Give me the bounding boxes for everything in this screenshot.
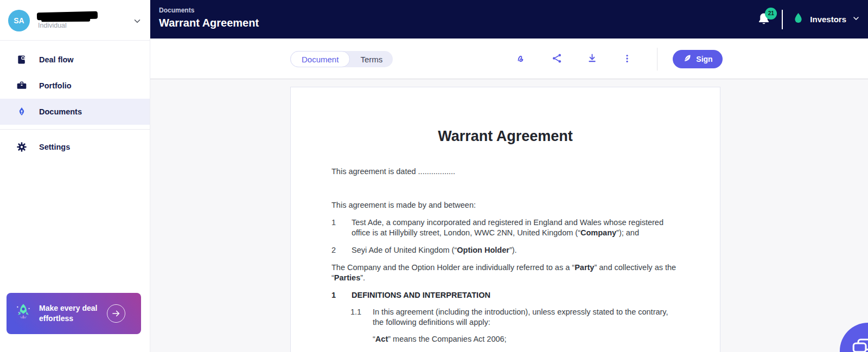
org-label: Investors: [810, 15, 846, 24]
chevron-down-icon: [852, 14, 860, 25]
sidebar-divider: [0, 129, 150, 130]
briefcase-icon: [16, 80, 27, 91]
notification-count-badge: 21: [765, 8, 777, 20]
sign-button-label: Sign: [696, 55, 712, 63]
sidebar-item-documents[interactable]: Documents: [0, 99, 150, 125]
document-toolbar: Document Terms: [150, 39, 868, 79]
account-switcher[interactable]: SA Individual: [0, 0, 150, 41]
org-switcher[interactable]: Investors: [792, 11, 860, 27]
topbar: Documents Warrant Agreement 21 Investors: [150, 0, 868, 39]
document-title: Warrant Agreement: [331, 127, 679, 145]
promo-card[interactable]: Make every deal effortless: [7, 293, 141, 334]
tab-document[interactable]: Document: [290, 51, 350, 67]
toolbar-divider: [657, 48, 658, 71]
dated-line: This agreement is dated ................…: [331, 167, 679, 177]
view-tabs: Document Terms: [290, 51, 393, 67]
toolbar-actions: Sign: [516, 39, 723, 79]
sign-button[interactable]: Sign: [673, 50, 723, 68]
party-item: 2 Seyi Ade of United Kingdom (“Option Ho…: [331, 245, 679, 255]
download-icon: [586, 57, 598, 66]
clause-text: In this agreement (including the introdu…: [373, 307, 679, 328]
rocket-icon: [14, 302, 33, 325]
sidebar-item-label: Documents: [39, 107, 82, 116]
sidebar-item-label: Portfolio: [39, 81, 72, 90]
sidebar: SA Individual Deal flow Portfolio: [0, 0, 150, 352]
more-options-button[interactable]: [622, 53, 633, 66]
sidebar-item-deal-flow[interactable]: Deal flow: [0, 47, 150, 73]
party-number: 2: [331, 245, 352, 255]
clause-number: 1.1: [350, 307, 373, 328]
section-heading: 1 DEFINITIONS AND INTERPRETATION: [331, 290, 679, 300]
sidebar-item-label: Settings: [39, 143, 70, 151]
promo-text: Make every deal effortless: [39, 303, 107, 324]
notifications-button[interactable]: 21: [756, 11, 773, 28]
share-icon: [551, 57, 563, 66]
sidebar-nav: Deal flow Portfolio Documents Settings: [0, 41, 150, 160]
document-viewer[interactable]: Warrant Agreement This agreement is date…: [150, 79, 868, 352]
feather-icon: [682, 54, 692, 65]
document-page: Warrant Agreement This agreement is date…: [290, 87, 720, 352]
breadcrumb[interactable]: Documents: [159, 7, 194, 14]
intro-paragraph: This agreement is made by and between:: [331, 200, 679, 210]
header-divider: [782, 10, 783, 29]
page-title: Warrant Agreement: [159, 17, 259, 29]
party-number: 1: [331, 217, 352, 238]
parties-paragraph: The Company and the Option Holder are in…: [331, 263, 679, 283]
user-name-redacted: [37, 11, 98, 21]
account-type-label: Individual: [38, 22, 67, 29]
arrow-right-icon[interactable]: [107, 304, 125, 323]
section-number: 1: [331, 290, 352, 300]
sidebar-item-settings[interactable]: Settings: [0, 134, 150, 160]
kebab-menu-icon: [622, 58, 633, 66]
party-text: Test Ade, a company incorporated and reg…: [352, 217, 679, 238]
section-title: DEFINITIONS AND INTERPRETATION: [352, 290, 490, 300]
party-item: 1 Test Ade, a company incorporated and r…: [331, 217, 679, 238]
definition-line: “Act” means the Companies Act 2006;: [331, 334, 679, 344]
download-button[interactable]: [586, 53, 597, 66]
chat-icon: [851, 336, 868, 352]
share-button[interactable]: [551, 53, 562, 66]
tab-terms[interactable]: Terms: [350, 51, 393, 67]
pen-nib-icon: [16, 106, 27, 117]
sidebar-item-label: Deal flow: [39, 55, 74, 64]
gear-icon: [16, 142, 27, 152]
topbar-actions: 21 Investors: [756, 0, 860, 39]
droplet-logo-icon: [792, 11, 805, 27]
clause-item: 1.1 In this agreement (including the int…: [331, 307, 679, 328]
signature-icon: [516, 58, 528, 66]
chevron-down-icon: [132, 16, 142, 28]
app-root: Documents Warrant Agreement 21 Investors: [0, 0, 868, 352]
party-text: Seyi Ade of United Kingdom (“Option Hold…: [352, 245, 679, 255]
bell-icon: [756, 20, 771, 29]
signature-button[interactable]: [516, 53, 527, 66]
avatar: SA: [8, 10, 30, 31]
deal-flow-icon: [16, 54, 27, 65]
sidebar-item-portfolio[interactable]: Portfolio: [0, 73, 150, 99]
